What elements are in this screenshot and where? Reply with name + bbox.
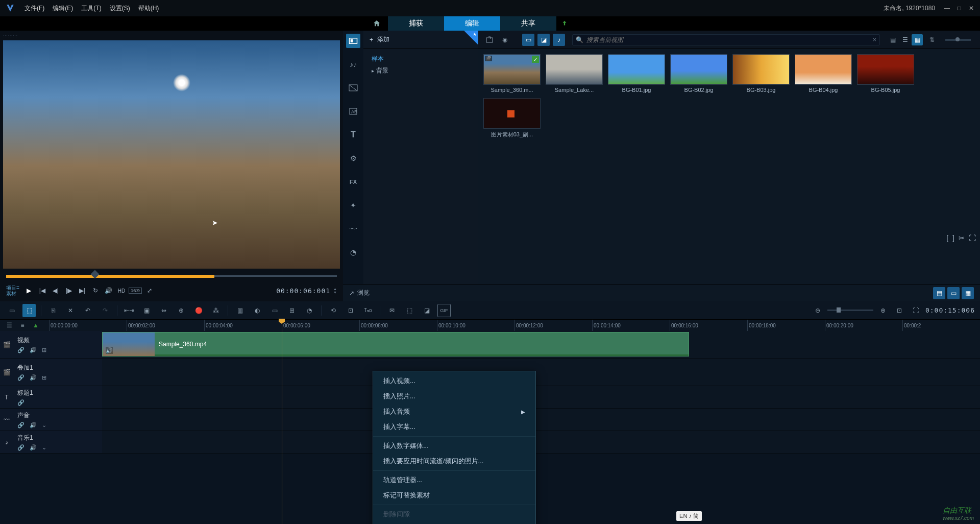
menu-file[interactable]: 文件(F) — [24, 4, 44, 13]
media-item[interactable]: 图片素材03_副... — [483, 98, 541, 138]
link-icon[interactable]: 🔗 — [17, 374, 24, 381]
browse-button[interactable]: ↗ 浏览 — [349, 289, 370, 297]
panel-grip[interactable]: ::::::::: — [2, 33, 341, 39]
tool-2[interactable]: ▣ — [140, 304, 153, 317]
link-icon[interactable]: 🔗 — [17, 422, 24, 428]
home-icon[interactable] — [370, 16, 384, 31]
filter-all-button[interactable]: ▭ — [522, 34, 534, 46]
media-item[interactable]: Sample_Lake... — [546, 54, 603, 93]
wand-category-icon[interactable]: ✦ — [346, 198, 360, 212]
track-content[interactable] — [102, 409, 980, 431]
title-category-icon[interactable]: AB — [346, 104, 360, 118]
timecode-spinner[interactable]: ▲▼ — [333, 287, 337, 294]
track-content[interactable] — [102, 386, 980, 408]
view-list-button[interactable]: ▤ — [887, 34, 898, 45]
tool-8[interactable]: ◐ — [251, 304, 264, 317]
media-item[interactable]: BG-B02.jpg — [670, 54, 727, 93]
aspect-label[interactable]: 16:9 — [129, 288, 142, 294]
ruler-menu-2[interactable]: ≡ — [17, 320, 28, 330]
preview-scrubber[interactable] — [2, 270, 341, 282]
video-clip[interactable]: 🔊 Sample_360.mp4 — [102, 332, 689, 356]
mark-out-button[interactable]: ] — [952, 234, 954, 242]
close-button[interactable]: ✕ — [967, 4, 976, 13]
menu-tools[interactable]: 工具(T) — [81, 4, 101, 13]
media-item[interactable]: BG-B04.jpg — [795, 54, 852, 93]
tool-gif[interactable]: GIF — [437, 304, 451, 317]
maximize-button[interactable]: □ — [954, 4, 964, 13]
add-button[interactable]: + 添加 ★ — [363, 31, 478, 49]
filter-audio-button[interactable]: ♪ — [553, 34, 565, 46]
transitions-category-icon[interactable] — [346, 81, 360, 95]
split-button[interactable]: ✂ — [959, 234, 965, 242]
ime-indicator[interactable]: EN ♪ 简 — [676, 511, 702, 521]
link-icon[interactable]: 🔗 — [17, 347, 24, 353]
sort-button[interactable]: ⇅ — [926, 34, 938, 46]
path-category-icon[interactable]: 〰 — [346, 222, 360, 236]
speed-category-icon[interactable]: ◔ — [346, 245, 360, 259]
zoom-in-button[interactable]: ⊕ — [876, 304, 890, 317]
grid-icon[interactable]: ⊞ — [42, 374, 46, 381]
volume-icon[interactable]: 🔊 — [30, 444, 37, 451]
footer-btn-3[interactable]: ▦ — [962, 287, 974, 299]
playhead[interactable] — [282, 320, 282, 524]
chevron-down-icon[interactable]: ⌄ — [42, 422, 46, 428]
tree-item-sample[interactable]: 样本 — [370, 53, 472, 65]
resize-button[interactable]: ⤢ — [144, 285, 155, 296]
loop-button[interactable]: ↻ — [90, 285, 101, 296]
gear-category-icon[interactable]: ⚙ — [346, 151, 360, 165]
redo-button[interactable]: ↷ — [99, 304, 112, 317]
preview-viewport[interactable]: ➤ — [3, 40, 340, 269]
ctx-insert-timelapse[interactable]: 插入要应用时间流逝/频闪的照片... — [373, 454, 535, 469]
track-content[interactable]: 🔊 Sample_360.mp4 — [102, 331, 980, 358]
go-start-button[interactable]: |◀ — [37, 285, 48, 296]
tool-auto[interactable]: ✕ — [64, 304, 77, 317]
tool-4[interactable]: ⊕ — [175, 304, 188, 317]
media-category-icon[interactable] — [346, 34, 360, 48]
zoom-out-button[interactable]: ⊖ — [811, 304, 824, 317]
view-details-button[interactable]: ☰ — [899, 34, 911, 45]
volume-button[interactable]: 🔊 — [103, 285, 114, 296]
grid-icon[interactable]: ⊞ — [42, 347, 46, 353]
link-icon[interactable]: 🔗 — [17, 444, 24, 451]
tool-10[interactable]: ⊞ — [285, 304, 299, 317]
minimize-button[interactable]: — — [942, 4, 951, 13]
tab-share[interactable]: 共享 — [500, 16, 556, 31]
tool-16[interactable]: ◪ — [420, 304, 433, 317]
track-content[interactable] — [102, 431, 980, 453]
step-forward-button[interactable]: |▶ — [63, 285, 75, 296]
tool-7[interactable]: ▥ — [233, 304, 247, 317]
tool-record[interactable]: 🔴 — [192, 304, 205, 317]
ctx-track-manager[interactable]: 轨道管理器... — [373, 472, 535, 488]
zoom-slider[interactable] — [827, 309, 873, 311]
menu-edit[interactable]: 编辑(E) — [53, 4, 73, 13]
search-box[interactable]: 🔍 × — [572, 34, 880, 45]
ctx-insert-digital[interactable]: 插入数字媒体... — [373, 438, 535, 454]
storyboard-view-button[interactable]: ▭ — [5, 304, 18, 317]
media-item[interactable]: BG-B05.jpg — [857, 54, 914, 93]
ctx-insert-video[interactable]: 插入视频... — [373, 373, 535, 389]
undo-button[interactable]: ↶ — [81, 304, 94, 317]
volume-icon[interactable]: 🔊 — [30, 374, 37, 381]
ctx-insert-photo[interactable]: 插入照片... — [373, 389, 535, 404]
tool-t3d[interactable]: T₃ᴅ — [361, 304, 375, 317]
timeline-timecode[interactable]: 0:00:15:006 — [925, 306, 975, 314]
step-back-button[interactable]: ◀| — [50, 285, 61, 296]
tab-capture[interactable]: 捕获 — [388, 16, 444, 31]
media-item[interactable]: BG-B03.jpg — [732, 54, 790, 93]
zoom-fit-button[interactable]: ⊡ — [893, 304, 906, 317]
hd-label[interactable]: HD — [116, 287, 127, 295]
search-input[interactable] — [586, 36, 870, 43]
volume-icon[interactable]: 🔊 — [30, 422, 37, 428]
tool-15[interactable]: ⬚ — [403, 304, 416, 317]
ctx-insert-subtitle[interactable]: 插入字幕... — [373, 419, 535, 435]
tool-13[interactable]: ⊡ — [344, 304, 357, 317]
footer-btn-2[interactable]: ▭ — [947, 287, 960, 299]
ctx-insert-audio[interactable]: 插入音频▶ — [373, 404, 535, 419]
search-clear-icon[interactable]: × — [873, 36, 876, 43]
tool-1[interactable]: ⇤⇥ — [122, 304, 136, 317]
play-button[interactable]: ▶ — [23, 285, 35, 296]
audio-category-icon[interactable]: ♪♪ — [346, 57, 360, 72]
mode-label[interactable]: 项目= 素材 — [6, 285, 19, 296]
mark-in-button[interactable]: [ — [946, 234, 948, 242]
import-button[interactable] — [483, 34, 496, 46]
